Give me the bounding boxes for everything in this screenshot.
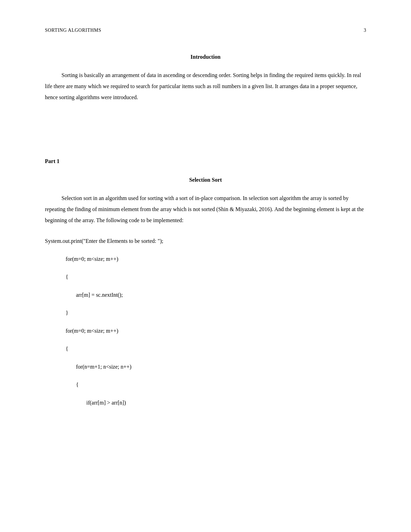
code-line-5: } [66, 307, 366, 319]
code-line-10: if(arr[m] > arr[n]) [86, 397, 366, 408]
selection-sort-paragraph: Selection sort in an algorithm used for … [45, 193, 366, 226]
page-header: SORTING ALGORITHMS 3 [45, 28, 366, 33]
code-spacer-2 [45, 267, 366, 272]
code-line-2: for(m=0; m<size; m++) [66, 254, 366, 265]
selection-sort-text: Selection sort in an algorithm used for … [45, 195, 364, 223]
code-line-9: { [76, 379, 366, 390]
introduction-title: Introduction [45, 54, 366, 60]
code-line-8: for(n=m+1; n<size; n++) [76, 361, 366, 372]
spacer-1 [45, 113, 366, 125]
code-line-7: { [66, 343, 366, 354]
page-number: 3 [364, 28, 366, 33]
code-line-1: System.out.print("Enter the Elements to … [45, 236, 366, 247]
code-spacer-5 [45, 321, 366, 325]
introduction-paragraph: Sorting is basically an arrangement of d… [45, 70, 366, 103]
part1-heading: Part 1 [45, 158, 366, 164]
selection-sort-title: Selection Sort [45, 177, 366, 183]
code-spacer-3 [45, 285, 366, 289]
introduction-text: Sorting is basically an arrangement of d… [45, 72, 361, 100]
code-spacer-9 [45, 393, 366, 397]
header-title: SORTING ALGORITHMS [45, 28, 101, 33]
code-line-4: arr[m] = sc.nextInt(); [76, 289, 366, 301]
code-spacer-8 [45, 375, 366, 379]
code-spacer-6 [45, 339, 366, 343]
code-line-6: for(m=0; m<size; m++) [66, 325, 366, 336]
code-spacer-1 [45, 249, 366, 254]
code-spacer-4 [45, 303, 366, 307]
code-line-3: { [66, 272, 366, 283]
page: SORTING ALGORITHMS 3 Introduction Sortin… [0, 0, 411, 532]
spacer-2 [45, 125, 366, 137]
code-spacer-7 [45, 357, 366, 361]
